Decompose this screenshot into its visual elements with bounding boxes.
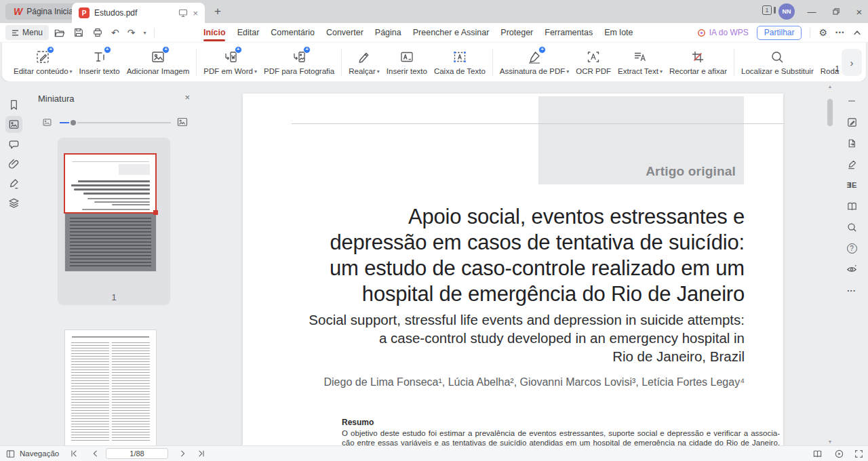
- article-title-line: um estudo de caso-controle realizado em …: [270, 256, 745, 281]
- text-reflow-icon[interactable]: ∃E: [845, 179, 859, 191]
- ai-badge-icon: +: [235, 46, 242, 54]
- extract-text-button[interactable]: Extract Text▾: [614, 49, 666, 75]
- crop-and-pin-button[interactable]: Recortar e afixar: [666, 49, 730, 75]
- hamburger-icon: [12, 29, 19, 37]
- edit-content-button[interactable]: + Editar conteúdo▾: [10, 49, 76, 75]
- undo-history-caret-icon[interactable]: ▾: [143, 30, 146, 36]
- collapse-ribbon-icon[interactable]: [853, 29, 861, 36]
- close-button[interactable]: ×: [852, 5, 867, 18]
- add-image-icon: +: [150, 49, 166, 65]
- restore-button[interactable]: [829, 5, 844, 18]
- ribbon-overflow-button[interactable]: ›: [842, 49, 862, 76]
- scroll-up-icon[interactable]: ▲: [826, 84, 834, 89]
- thumbnail-page-1[interactable]: 1: [58, 138, 170, 305]
- tab-converter[interactable]: Converter: [326, 23, 363, 42]
- tab-pagina[interactable]: Página: [375, 23, 401, 42]
- thumbnails-panel-icon[interactable]: [5, 116, 22, 133]
- more-tools-icon[interactable]: •••: [845, 284, 859, 296]
- add-image-button[interactable]: + Adicionar Imagem: [123, 49, 193, 75]
- signature-tool-icon[interactable]: [845, 158, 859, 170]
- tab-comentario[interactable]: Comentário: [271, 23, 315, 42]
- thumbnail-size-slider-knob[interactable]: [69, 119, 77, 127]
- signatures-panel-icon[interactable]: [5, 175, 22, 192]
- open-file-icon[interactable]: [54, 27, 65, 39]
- tab-preencher-e-assinar[interactable]: Preencher e Assinar: [413, 23, 490, 42]
- zoom-out-thumbnails-icon[interactable]: [42, 117, 52, 127]
- tab-inicio[interactable]: Início: [203, 23, 226, 42]
- navigation-toggle[interactable]: Navegação: [5, 446, 59, 461]
- previous-page-button[interactable]: [90, 448, 102, 459]
- ai-badge-icon: +: [104, 46, 111, 54]
- book-translate-icon[interactable]: [845, 200, 859, 212]
- undo-icon[interactable]: ↶: [111, 28, 119, 37]
- article-authors: Diego de Lima Fonseca¹, Lúcia Abelha², G…: [270, 376, 745, 388]
- document-tab[interactable]: P Estudos.pdf ×: [72, 3, 205, 23]
- help-icon[interactable]: ?: [845, 242, 859, 254]
- collapse-rail-icon[interactable]: [845, 95, 859, 107]
- right-sidebar-rail: ∃E ? •••: [835, 81, 868, 296]
- thumbnail-page-2[interactable]: [65, 330, 156, 445]
- more-options-icon[interactable]: •••: [835, 29, 845, 36]
- main-menu-button[interactable]: Menu: [5, 25, 49, 40]
- ocr-pdf-button[interactable]: OCR PDF: [572, 49, 614, 75]
- attachments-panel-icon[interactable]: [5, 155, 22, 172]
- find-replace-button[interactable]: Localizar e Substituir: [738, 49, 817, 75]
- minimize-button[interactable]: —: [804, 5, 819, 18]
- page-indicator-input[interactable]: 1/88: [106, 448, 168, 459]
- article-title-line: hospital de emergência do Rio de Janeiro: [270, 281, 745, 307]
- typewriter-text-button[interactable]: Inserir texto: [383, 49, 431, 75]
- pdf-signature-button[interactable]: + Assinatura de PDF▾: [496, 49, 573, 75]
- tab-proteger[interactable]: Proteger: [500, 23, 533, 42]
- next-page-button[interactable]: [176, 448, 189, 459]
- tab-editar[interactable]: Editar: [237, 23, 260, 42]
- thumbnail-page-1-number: 1: [58, 292, 170, 302]
- fullscreen-icon[interactable]: [852, 448, 865, 459]
- share-button[interactable]: Partilhar: [757, 26, 802, 40]
- new-tab-button[interactable]: +: [214, 5, 221, 18]
- wps-ai-button[interactable]: IA do WPS: [697, 28, 749, 37]
- viewport-resize-handle[interactable]: [153, 210, 158, 215]
- gear-icon[interactable]: ⚙: [818, 28, 827, 37]
- dropdown-caret-icon: ▾: [566, 68, 569, 75]
- menubar: Menu ↶ ↷ ▾ Início Editar Comentário Conv…: [0, 23, 868, 42]
- edit-annotation-icon[interactable]: [845, 116, 859, 128]
- search-panel-icon[interactable]: [845, 221, 859, 233]
- pdf-page[interactable]: Artigo original Apoio social, eventos es…: [243, 94, 783, 445]
- vertical-scrollbar[interactable]: ▲ ▼: [826, 81, 834, 445]
- thumbnail-panel-close-icon[interactable]: ×: [184, 92, 190, 102]
- bookmarks-panel-icon[interactable]: [5, 96, 22, 113]
- dropdown-caret-icon: ▾: [254, 68, 257, 75]
- pdf-to-photo-button[interactable]: + PDF para Fotografia: [260, 49, 338, 75]
- present-screen-icon[interactable]: [178, 8, 188, 18]
- article-title-line: depressão em casos de tentativa de suicí…: [270, 230, 745, 256]
- pdf-to-word-button[interactable]: + PDF em Word▾: [200, 49, 260, 75]
- first-page-button[interactable]: [68, 448, 80, 459]
- last-page-button[interactable]: [195, 448, 208, 459]
- ribbon-toolbar: + Editar conteúdo▾ + Inserir texto + Adi…: [2, 42, 866, 81]
- highlight-button[interactable]: Realçar▾: [345, 49, 383, 75]
- print-icon[interactable]: [92, 27, 103, 38]
- tab-ferramentas[interactable]: Ferramentas: [545, 23, 593, 42]
- redo-icon[interactable]: ↷: [127, 28, 136, 37]
- layers-panel-icon[interactable]: [5, 195, 22, 212]
- scrollbar-thumb[interactable]: [827, 99, 833, 126]
- tab-close-icon[interactable]: ×: [193, 9, 198, 18]
- ai-badge-icon: +: [303, 46, 311, 54]
- insert-text-button[interactable]: + Inserir texto: [76, 49, 123, 75]
- scroll-down-icon[interactable]: ▼: [826, 439, 834, 444]
- header-rule: [292, 123, 783, 124]
- article-subtitle-line: Rio de Janeiro, Brazil: [270, 347, 745, 365]
- comments-panel-icon[interactable]: [5, 136, 22, 153]
- eye-care-icon[interactable]: [845, 263, 859, 275]
- presentation-mode-icon[interactable]: [833, 448, 845, 459]
- export-document-icon[interactable]: [845, 137, 859, 149]
- viewport-indicator[interactable]: [64, 153, 157, 214]
- tab-em-lote[interactable]: Em lote: [604, 23, 633, 42]
- window-switcher-icon[interactable]: 1: [762, 5, 776, 15]
- dropdown-caret-icon: ▾: [660, 68, 663, 75]
- save-icon[interactable]: [73, 27, 84, 38]
- user-avatar[interactable]: NN: [778, 3, 795, 20]
- zoom-in-thumbnails-icon[interactable]: [176, 116, 189, 128]
- text-box-button[interactable]: Caixa de Texto: [431, 49, 489, 75]
- read-mode-icon[interactable]: [811, 448, 823, 459]
